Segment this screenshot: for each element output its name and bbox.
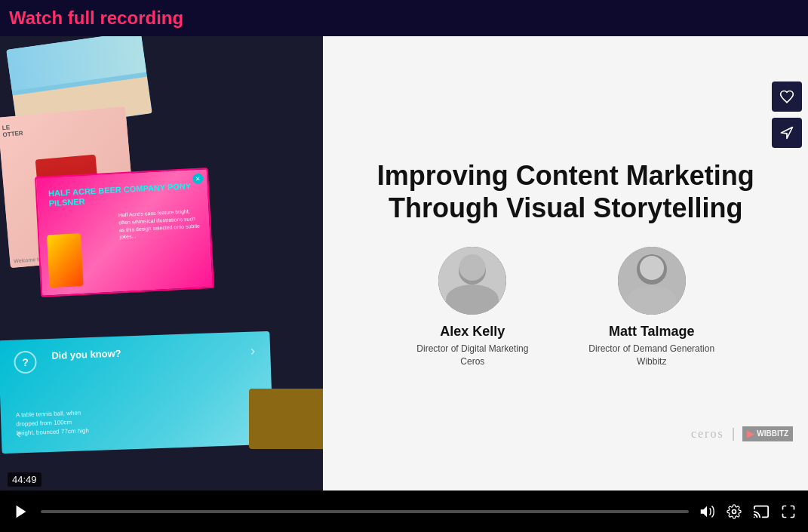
play-icon [13, 503, 29, 520]
fullscreen-button[interactable] [778, 501, 799, 522]
svg-rect-3 [461, 291, 484, 294]
collage-area: LEOTTER Welcome to all Chloe HALF ACRE B… [0, 36, 339, 490]
slide-logos: ceros | ▶ WIBBITZ [691, 426, 793, 441]
svg-marker-11 [17, 505, 26, 518]
video-thumbnail: LEOTTER Welcome to all Chloe HALF ACRE B… [0, 36, 808, 532]
cast-icon [753, 503, 770, 520]
app-container: Watch full recording [0, 0, 808, 532]
speaker-alex: Alex Kelly Director of Digital Marketing… [416, 247, 528, 368]
volume-button[interactable] [696, 501, 717, 522]
svg-rect-9 [639, 298, 665, 301]
share-button[interactable] [772, 118, 802, 148]
speaker-matt-name: Matt Talmage [609, 324, 695, 340]
header: Watch full recording [0, 0, 808, 36]
svg-point-14 [754, 516, 755, 518]
settings-button[interactable] [724, 501, 745, 522]
collage-card-beer: HALF ACRE BEER COMPANY PONY PILSNER ✕ Ha… [35, 168, 214, 297]
svg-marker-12 [701, 506, 707, 517]
speaker-alex-name: Alex Kelly [440, 324, 505, 340]
settings-icon [727, 504, 742, 519]
speaker-alex-title: Director of Digital Marketing Ceros [416, 343, 528, 368]
svg-point-1 [459, 257, 486, 284]
svg-rect-4 [461, 296, 484, 300]
share-icon [779, 125, 794, 140]
avatar-matt [618, 247, 686, 315]
cast-button[interactable] [751, 501, 772, 522]
svg-point-7 [627, 289, 677, 315]
svg-rect-8 [639, 294, 665, 297]
heart-button[interactable] [772, 81, 802, 112]
svg-point-13 [733, 509, 736, 513]
heart-icon [779, 89, 794, 104]
side-actions [772, 81, 802, 148]
volume-icon [699, 503, 715, 520]
svg-rect-10 [639, 303, 665, 306]
avatar-alex [438, 247, 506, 315]
logo-divider: | [732, 426, 736, 441]
svg-point-2 [448, 292, 496, 315]
ceros-logo: ceros [691, 427, 724, 441]
slide-area: Improving Content Marketing Through Visu… [323, 36, 808, 490]
speaker-matt: Matt Talmage Director of Demand Generati… [588, 247, 714, 368]
speaker-matt-title: Director of Demand Generation Wibbitz [588, 343, 714, 368]
play-button[interactable] [9, 500, 33, 524]
speakers-row: Alex Kelly Director of Digital Marketing… [416, 247, 714, 368]
video-player[interactable]: LEOTTER Welcome to all Chloe HALF ACRE B… [0, 36, 808, 532]
svg-point-6 [637, 254, 667, 284]
controls-right [696, 501, 799, 522]
wibbitz-logo: ▶ WIBBITZ [742, 426, 793, 441]
collage-card-teal: ? Did you know? A table tennis ball, whe… [0, 331, 274, 454]
video-timestamp: 44:49 [8, 472, 41, 487]
slide-title: Improving Content Marketing Through Visu… [338, 159, 793, 224]
video-controls [0, 490, 808, 532]
progress-bar[interactable] [41, 510, 689, 513]
fullscreen-icon [781, 504, 796, 519]
page-title: Watch full recording [9, 8, 183, 29]
